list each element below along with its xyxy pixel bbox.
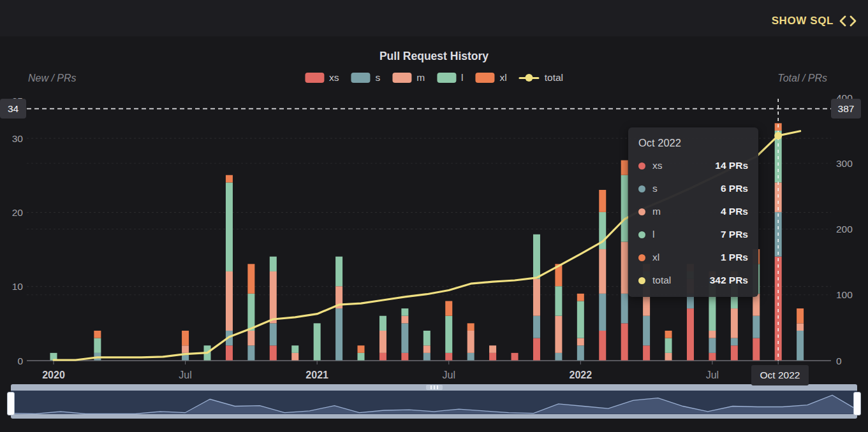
bar-segment-s[interactable] bbox=[555, 353, 562, 361]
bar-segment-m[interactable] bbox=[270, 271, 277, 323]
bar-segment-l[interactable] bbox=[621, 175, 628, 242]
bar-segment-xs[interactable] bbox=[445, 353, 452, 361]
legend-item-total[interactable]: total bbox=[519, 72, 563, 83]
bar-segment-s[interactable] bbox=[621, 294, 628, 324]
bar-segment-l[interactable] bbox=[335, 257, 342, 287]
legend-swatch-xs bbox=[305, 73, 324, 83]
bar-segment-l[interactable] bbox=[555, 286, 562, 316]
bar-segment-s[interactable] bbox=[599, 294, 606, 331]
legend-item-s[interactable]: s bbox=[351, 72, 380, 83]
legend-swatch-l bbox=[437, 73, 456, 83]
bar-segment-l[interactable] bbox=[423, 331, 430, 345]
bar-segment-m[interactable] bbox=[555, 316, 562, 353]
bar-segment-xs[interactable] bbox=[709, 353, 716, 361]
bar-segment-m[interactable] bbox=[577, 338, 584, 346]
bar-segment-s[interactable] bbox=[247, 345, 254, 360]
legend-item-m[interactable]: m bbox=[392, 72, 425, 83]
bar-segment-m[interactable] bbox=[489, 345, 496, 353]
bar-segment-l[interactable] bbox=[94, 338, 101, 353]
bar-segment-s[interactable] bbox=[643, 316, 650, 346]
bar-segment-xl[interactable] bbox=[182, 331, 189, 345]
bar-segment-s[interactable] bbox=[467, 353, 474, 361]
navigator-scrollbar[interactable] bbox=[11, 384, 857, 391]
bar-segment-m[interactable] bbox=[291, 353, 298, 361]
navigator-body[interactable] bbox=[11, 391, 857, 414]
bar-segment-m[interactable] bbox=[599, 249, 606, 294]
bar-segment-xs[interactable] bbox=[511, 353, 519, 361]
bar-segment-l[interactable] bbox=[445, 316, 452, 353]
bar-segment-l[interactable] bbox=[533, 234, 540, 279]
navigator-handle-left[interactable] bbox=[7, 392, 15, 415]
bar-segment-m[interactable] bbox=[379, 331, 386, 353]
tooltip-series-label: xl bbox=[652, 252, 659, 263]
bar-segment-s[interactable] bbox=[335, 308, 342, 360]
bar-segment-s[interactable] bbox=[577, 345, 584, 360]
bar-segment-l[interactable] bbox=[358, 353, 365, 361]
bar-segment-xl[interactable] bbox=[599, 190, 606, 212]
bar-segment-m[interactable] bbox=[665, 353, 672, 361]
show-sql-button[interactable]: SHOW SQL bbox=[768, 14, 860, 28]
bar-segment-s[interactable] bbox=[270, 323, 277, 345]
bar-segment-m[interactable] bbox=[621, 241, 628, 293]
bar-segment-m[interactable] bbox=[731, 308, 738, 338]
bar-segment-l[interactable] bbox=[379, 316, 386, 331]
bar-segment-l[interactable] bbox=[401, 308, 408, 316]
bar-segment-xs[interactable] bbox=[731, 345, 738, 360]
legend-item-xs[interactable]: xs bbox=[305, 72, 339, 83]
bar-segment-xl[interactable] bbox=[247, 264, 254, 294]
legend-swatch-total bbox=[519, 73, 540, 83]
bar-segment-l[interactable] bbox=[314, 323, 321, 360]
x-axis-label: Jul bbox=[443, 370, 455, 380]
bar-segment-m[interactable] bbox=[533, 279, 540, 316]
bar-segment-m[interactable] bbox=[753, 294, 760, 316]
bar-segment-l[interactable] bbox=[291, 345, 298, 353]
bar-segment-xl[interactable] bbox=[358, 345, 365, 353]
bar-segment-s[interactable] bbox=[731, 338, 738, 346]
bar-segment-l[interactable] bbox=[577, 301, 584, 338]
bar-segment-m[interactable] bbox=[797, 323, 804, 331]
bar-segment-xs[interactable] bbox=[533, 338, 540, 361]
bar-segment-xs[interactable] bbox=[621, 323, 628, 360]
bar-segment-s[interactable] bbox=[423, 353, 430, 361]
bar-segment-xs[interactable] bbox=[401, 353, 408, 361]
bar-segment-xs[interactable] bbox=[379, 353, 386, 361]
bar-segment-m[interactable] bbox=[182, 345, 189, 353]
bar-segment-xs[interactable] bbox=[687, 308, 694, 360]
bar-segment-xs[interactable] bbox=[643, 345, 650, 360]
bar-segment-xs[interactable] bbox=[226, 345, 233, 360]
bar-segment-l[interactable] bbox=[270, 257, 277, 271]
bar-segment-xl[interactable] bbox=[94, 331, 101, 338]
bar-segment-xl[interactable] bbox=[467, 323, 474, 331]
bar-segment-xl[interactable] bbox=[665, 331, 672, 338]
bar-segment-xl[interactable] bbox=[621, 160, 628, 175]
bar-segment-xs[interactable] bbox=[489, 353, 496, 361]
bar-segment-xl[interactable] bbox=[226, 175, 233, 183]
bar-segment-xs[interactable] bbox=[753, 338, 760, 361]
bar-segment-s[interactable] bbox=[797, 331, 804, 361]
bar-segment-l[interactable] bbox=[226, 182, 233, 271]
navigator-bottom-track[interactable] bbox=[11, 414, 857, 419]
bar-segment-xs[interactable] bbox=[270, 345, 277, 360]
bar-segment-s[interactable] bbox=[533, 316, 540, 338]
legend-label: s bbox=[375, 72, 380, 83]
legend-item-l[interactable]: l bbox=[437, 72, 463, 83]
navigator-handle-right[interactable] bbox=[853, 392, 861, 415]
bar-segment-s[interactable] bbox=[401, 323, 408, 353]
bar-segment-xl[interactable] bbox=[445, 301, 452, 315]
bar-segment-l[interactable] bbox=[665, 338, 672, 353]
bar-segment-m[interactable] bbox=[467, 331, 474, 353]
legend-item-xl[interactable]: xl bbox=[476, 72, 507, 83]
bar-segment-m[interactable] bbox=[226, 271, 233, 331]
bar-segment-m[interactable] bbox=[401, 316, 408, 324]
bar-segment-m[interactable] bbox=[709, 331, 716, 338]
tooltip-series-label: l bbox=[652, 229, 654, 240]
navigator-grip[interactable] bbox=[426, 385, 443, 390]
bar-segment-s[interactable] bbox=[709, 338, 716, 353]
bar-segment-xs[interactable] bbox=[599, 331, 606, 361]
bar-segment-m[interactable] bbox=[247, 331, 254, 345]
bar-segment-xl[interactable] bbox=[577, 294, 584, 301]
bar-segment-s[interactable] bbox=[753, 316, 760, 338]
bar-segment-l[interactable] bbox=[247, 294, 254, 331]
bar-segment-xl[interactable] bbox=[797, 308, 804, 323]
bar-segment-m[interactable] bbox=[423, 345, 430, 353]
